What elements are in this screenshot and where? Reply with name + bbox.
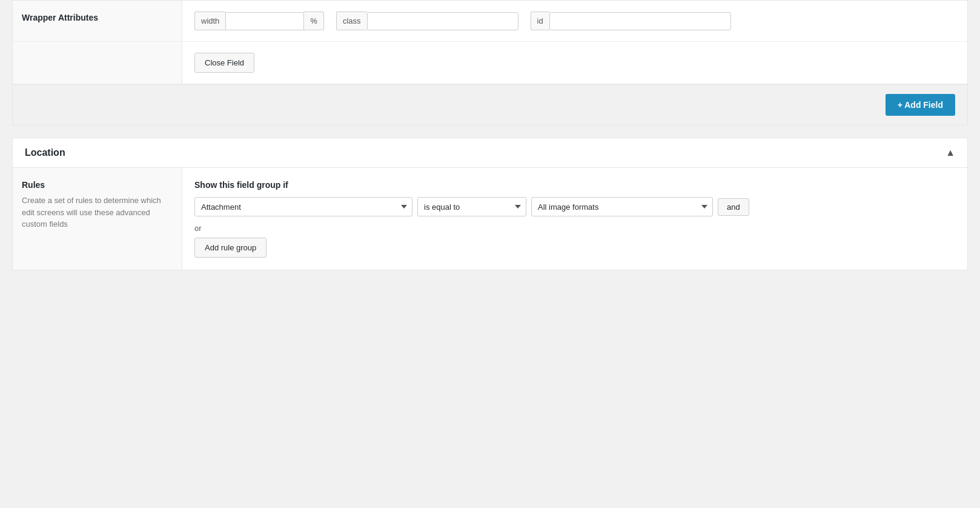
location-section: Location ▲ Rules Create a set of rules t… — [12, 138, 968, 270]
width-suffix: % — [304, 12, 324, 30]
add-rule-group-button[interactable]: Add rule group — [194, 238, 267, 258]
location-body: Rules Create a set of rules to determine… — [13, 168, 967, 270]
width-field-group: width % — [194, 12, 324, 30]
wrapper-attributes-content: width % class id — [182, 1, 967, 41]
show-if-label: Show this field group if — [194, 180, 955, 190]
close-field-button[interactable]: Close Field — [194, 53, 254, 73]
close-field-content: Close Field — [182, 42, 967, 84]
add-field-button[interactable]: + Add Field — [886, 94, 955, 116]
close-field-label-spacer — [13, 42, 182, 84]
value-select[interactable]: All image formats All formats JPEG PNG G… — [531, 197, 713, 216]
add-field-bar: + Add Field — [12, 85, 968, 125]
location-header: Location ▲ — [13, 138, 967, 168]
wrapper-attributes-section: Wrapper Attributes width % class id — [12, 0, 968, 85]
id-field-group: id — [531, 12, 731, 30]
close-field-row: Close Field — [13, 42, 967, 84]
location-toggle-icon[interactable]: ▲ — [945, 147, 955, 158]
attachment-select[interactable]: Attachment — [194, 197, 412, 216]
width-input[interactable] — [225, 12, 304, 30]
rules-sidebar: Rules Create a set of rules to determine… — [13, 168, 182, 270]
class-prefix: class — [336, 12, 367, 30]
or-label: or — [194, 224, 955, 233]
operator-select[interactable]: is equal to is not equal to — [417, 197, 526, 216]
location-title: Location — [25, 147, 65, 158]
rules-title: Rules — [22, 180, 173, 190]
rule-row: Attachment is equal to is not equal to A… — [194, 197, 955, 216]
class-input[interactable] — [367, 12, 518, 30]
id-prefix: id — [531, 12, 549, 30]
rules-description: Create a set of rules to determine which… — [22, 195, 173, 230]
width-prefix: width — [194, 12, 225, 30]
rules-content: Show this field group if Attachment is e… — [182, 168, 967, 270]
id-input[interactable] — [549, 12, 731, 30]
wrapper-attributes-row: Wrapper Attributes width % class id — [13, 1, 967, 42]
and-button[interactable]: and — [718, 198, 749, 216]
class-field-group: class — [336, 12, 518, 30]
wrapper-attributes-label: Wrapper Attributes — [13, 1, 182, 41]
